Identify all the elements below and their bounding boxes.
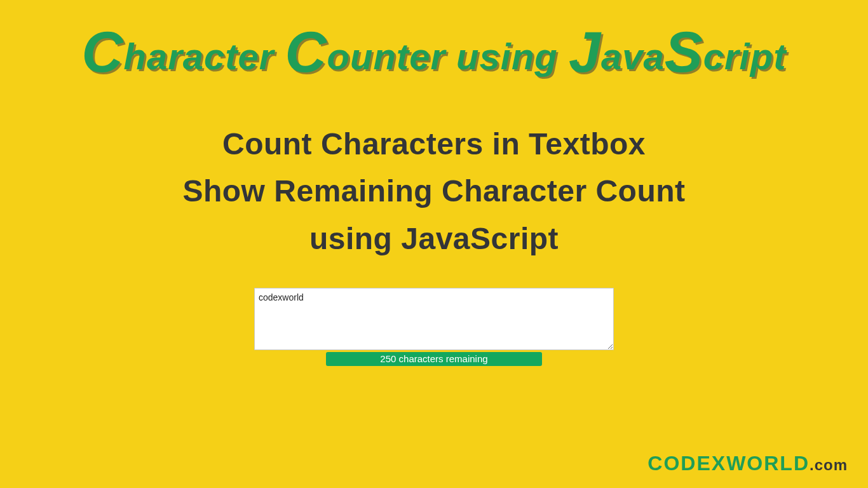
- title-word-3: ava: [601, 36, 665, 77]
- page-title: Character Counter using JavaScript: [0, 0, 868, 78]
- title-word-1: haracter: [124, 36, 285, 77]
- watermark-ext: .com: [810, 456, 848, 473]
- character-input[interactable]: [254, 288, 614, 350]
- subtitle-block: Count Characters in Textbox Show Remaini…: [0, 121, 868, 262]
- watermark-brand: CODEXWORLD: [648, 452, 810, 475]
- title-cap-c1: C: [82, 20, 124, 84]
- title-cap-c2: C: [285, 20, 327, 84]
- subtitle-line-1: Count Characters in Textbox: [0, 121, 868, 168]
- title-word-4: cript: [703, 36, 787, 77]
- subtitle-line-2: Show Remaining Character Count: [0, 168, 868, 215]
- subtitle-line-3: using JavaScript: [0, 215, 868, 262]
- title-word-2: ounter using: [327, 36, 569, 77]
- title-cap-j: J: [569, 20, 601, 84]
- watermark: CODEXWORLD.com: [648, 452, 848, 475]
- title-cap-s: S: [665, 20, 703, 84]
- demo-container: 250 characters remaining: [254, 288, 614, 366]
- character-counter-badge: 250 characters remaining: [326, 352, 542, 366]
